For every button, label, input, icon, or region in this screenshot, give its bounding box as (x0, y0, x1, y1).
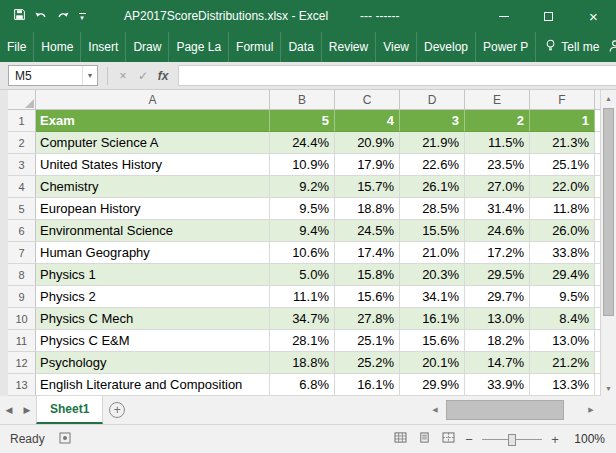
row-header[interactable]: 7 (8, 242, 36, 264)
cell[interactable]: 34.7% (270, 308, 335, 330)
zoom-level[interactable]: 100% (569, 432, 605, 446)
cell[interactable]: 26.1% (400, 176, 465, 198)
zoom-slider-thumb[interactable] (508, 434, 516, 446)
cell[interactable]: Physics 2 (36, 286, 270, 308)
sheet-nav-left-icon[interactable]: ◀ (0, 396, 18, 424)
column-header-b[interactable]: B (270, 90, 335, 110)
cell[interactable]: 10.6% (270, 242, 335, 264)
cell[interactable]: 29.9% (400, 374, 465, 396)
name-box[interactable]: M5 ▾ (8, 65, 98, 86)
column-header-d[interactable]: D (400, 90, 465, 110)
zoom-in-button[interactable]: + (546, 432, 564, 447)
redo-button[interactable] (52, 0, 74, 32)
scroll-right-icon[interactable]: ▶ (583, 406, 599, 414)
cell[interactable]: 15.6% (400, 330, 465, 352)
cell[interactable]: English Literature and Composition (36, 374, 270, 396)
cell[interactable]: 5 (270, 110, 335, 132)
cancel-button[interactable]: × (113, 65, 133, 86)
cell[interactable]: Physics 1 (36, 264, 270, 286)
cell[interactable]: 20.9% (335, 132, 400, 154)
cell[interactable]: 24.6% (465, 220, 530, 242)
cell[interactable]: 33.9% (465, 374, 530, 396)
zoom-slider[interactable] (480, 425, 544, 453)
cell[interactable]: 20.3% (400, 264, 465, 286)
cell[interactable]: 20.1% (400, 352, 465, 374)
cell[interactable]: 29.4% (530, 264, 595, 286)
cell[interactable]: 3 (400, 110, 465, 132)
row-header[interactable]: 6 (8, 220, 36, 242)
cell[interactable]: 25.2% (335, 352, 400, 374)
cell[interactable]: 31.4% (465, 198, 530, 220)
cell[interactable]: 18.2% (465, 330, 530, 352)
cell[interactable]: 16.1% (400, 308, 465, 330)
sheet-nav-right-icon[interactable]: ▶ (18, 396, 36, 424)
cell[interactable]: 9.5% (530, 286, 595, 308)
cell[interactable]: 5.0% (270, 264, 335, 286)
ribbon-tab-power-p[interactable]: Power P (476, 32, 536, 62)
cell[interactable]: 18.8% (270, 352, 335, 374)
formula-input[interactable] (178, 65, 616, 86)
cell[interactable]: 27.8% (335, 308, 400, 330)
row-header[interactable]: 5 (8, 198, 36, 220)
cell[interactable]: 21.3% (530, 132, 595, 154)
row-header[interactable]: 1 (8, 110, 36, 132)
column-header-a[interactable]: A (36, 90, 270, 110)
cell[interactable]: 21.0% (400, 242, 465, 264)
scroll-down-icon[interactable]: ▼ (601, 380, 616, 396)
cell[interactable]: 11.1% (270, 286, 335, 308)
ribbon-tab-develop[interactable]: Develop (417, 32, 476, 62)
scroll-left-icon[interactable]: ◀ (427, 406, 443, 414)
cell[interactable]: 22.6% (400, 154, 465, 176)
cell[interactable]: Chemistry (36, 176, 270, 198)
cell[interactable]: Physics C Mech (36, 308, 270, 330)
row-header[interactable]: 9 (8, 286, 36, 308)
enter-button[interactable]: ✓ (133, 65, 153, 86)
tell-me-box[interactable]: Tell me (536, 32, 608, 62)
cell[interactable]: Psychology (36, 352, 270, 374)
vertical-scrollbar[interactable]: ▲ ▼ (600, 90, 616, 396)
cell[interactable]: 15.7% (335, 176, 400, 198)
cell[interactable]: 29.7% (465, 286, 530, 308)
cell[interactable]: 17.4% (335, 242, 400, 264)
column-header-f[interactable]: F (530, 90, 595, 110)
row-header[interactable]: 12 (8, 352, 36, 374)
cell[interactable]: 11.8% (530, 198, 595, 220)
ribbon-tab-file[interactable]: File (0, 32, 34, 62)
cell[interactable]: 10.9% (270, 154, 335, 176)
cell[interactable]: 28.1% (270, 330, 335, 352)
add-sheet-button[interactable]: + (103, 396, 131, 424)
ribbon-tab-view[interactable]: View (376, 32, 417, 62)
maximize-button[interactable] (526, 0, 571, 32)
sheet-tab-sheet1[interactable]: Sheet1 (36, 396, 103, 424)
cell[interactable]: 25.1% (530, 154, 595, 176)
cell[interactable]: 29.5% (465, 264, 530, 286)
ribbon-tab-data[interactable]: Data (281, 32, 321, 62)
column-header-c[interactable]: C (335, 90, 400, 110)
cell[interactable]: 13.3% (530, 374, 595, 396)
row-header[interactable]: 2 (8, 132, 36, 154)
row-header[interactable]: 11 (8, 330, 36, 352)
cell[interactable]: 8.4% (530, 308, 595, 330)
user-account-button[interactable] (608, 32, 616, 62)
cell[interactable]: European History (36, 198, 270, 220)
cell[interactable]: Physics C E&M (36, 330, 270, 352)
cell[interactable]: 34.1% (400, 286, 465, 308)
view-page-layout-button[interactable] (412, 425, 436, 453)
cell[interactable]: 28.5% (400, 198, 465, 220)
row-header[interactable]: 10 (8, 308, 36, 330)
cell[interactable]: 15.6% (335, 286, 400, 308)
cell[interactable]: 21.9% (400, 132, 465, 154)
ribbon-tab-page-la[interactable]: Page La (169, 32, 229, 62)
customize-quick-access-button[interactable]: ▾ (74, 0, 90, 32)
select-all-corner[interactable] (8, 90, 36, 110)
cell[interactable]: 9.5% (270, 198, 335, 220)
horizontal-scrollbar-thumb[interactable] (446, 400, 564, 420)
cell[interactable]: 21.2% (530, 352, 595, 374)
row-header[interactable]: 3 (8, 154, 36, 176)
cell[interactable]: 15.8% (335, 264, 400, 286)
ribbon-tab-insert[interactable]: Insert (81, 32, 126, 62)
cell[interactable]: 17.2% (465, 242, 530, 264)
undo-button[interactable] (30, 0, 52, 32)
cell[interactable]: 2 (465, 110, 530, 132)
view-page-break-button[interactable] (436, 425, 460, 453)
